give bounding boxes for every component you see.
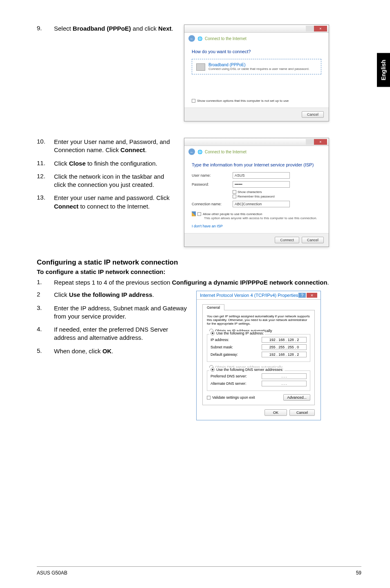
t: Select (54, 25, 73, 32)
label: Remember this password (238, 195, 275, 198)
connection-name-input[interactable]: ABC|Connection (233, 201, 290, 207)
close-icon[interactable]: × (314, 139, 327, 145)
ipv4-title-bar: Internet Protocol Version 4 (TCP/IPv4) P… (197, 291, 321, 300)
breadcrumb-text: Connect to the Internet (205, 150, 247, 154)
preferred-dns-input[interactable]: . . . (262, 373, 307, 379)
close-icon[interactable]: × (307, 293, 317, 298)
pppoe-option[interactable]: Broadband (PPPoE) Connect using DSL or c… (192, 59, 321, 74)
preferred-dns-label: Preferred DNS server: (211, 374, 247, 378)
t: and click (131, 25, 158, 32)
cancel-button[interactable]: Cancel (289, 409, 315, 416)
section-subheading: To configure a static IP network connect… (37, 268, 361, 275)
label: Validate settings upon exit (212, 395, 255, 399)
label: Show characters (238, 190, 262, 194)
ipv4-description: You can get IP settings assigned automat… (207, 314, 310, 325)
t: Broadband (PPPoE) (73, 25, 131, 32)
dialog-breadcrumb: ← 🌐 Connect to the Internet (184, 33, 329, 44)
back-icon[interactable]: ← (188, 148, 195, 155)
gateway-input[interactable]: 192 . 168 . 128 . 2 (262, 352, 307, 357)
option-title: Broadband (PPPoE) (208, 63, 309, 67)
option-desc: Connect using DSL or cable that requires… (208, 67, 309, 71)
checkbox-icon (207, 396, 211, 399)
cancel-button[interactable]: Cancel (302, 111, 324, 118)
step-number: 2 (37, 291, 54, 298)
step-number: 11. (37, 159, 54, 166)
general-tab[interactable]: General (202, 304, 224, 310)
gateway-label: Default gateway: (211, 352, 238, 357)
breadcrumb-text: Connect to the Internet (205, 36, 247, 41)
dialog-heading: How do you want to connect? (192, 49, 321, 54)
ok-button[interactable]: OK (264, 409, 287, 416)
password-input[interactable]: •••••• (233, 181, 290, 188)
globe-icon: 🌐 (197, 150, 202, 154)
radio-icon (211, 331, 215, 335)
ip-address-input[interactable]: 192 . 168 . 128 . 2 (262, 337, 307, 343)
step-text: Enter your user name and password. Click… (54, 194, 176, 211)
step-text: Click Use the following IP address. (54, 291, 154, 299)
cancel-button[interactable]: Cancel (302, 237, 324, 243)
connection-name-label: Connection name: (192, 202, 233, 206)
use-dns-radio[interactable]: Use the following DNS server addresses: (209, 368, 285, 372)
step-text: Enter the IP address, Subnet mask and Ga… (54, 304, 188, 321)
step-number: 3. (37, 304, 54, 311)
back-icon[interactable]: ← (188, 35, 195, 42)
step-text: If needed, enter the preferred DNS Serve… (54, 325, 188, 342)
footer-product: ASUS G50AB (37, 570, 67, 576)
label: Use the following DNS server addresses: (216, 368, 283, 372)
title-bar: × (184, 25, 329, 33)
step-number: 1. (37, 278, 54, 285)
section-heading: Configuring a static IP network connecti… (37, 258, 361, 267)
subnet-mask-label: Subnet mask: (211, 345, 233, 349)
show-characters-checkbox[interactable]: Show characters (233, 190, 321, 194)
close-icon[interactable]: × (314, 26, 327, 31)
ipv4-title-text: Internet Protocol Version 4 (TCP/IPv4) P… (200, 293, 298, 298)
advanced-button[interactable]: Advanced... (283, 394, 310, 401)
step-text: When done, click OK. (54, 347, 113, 355)
shield-icon (192, 211, 196, 216)
help-icon[interactable]: ? (298, 293, 306, 298)
checkbox-icon (192, 99, 195, 103)
label: Allow other people to use this connectio… (203, 212, 262, 216)
checkbox-icon (233, 190, 236, 194)
allow-other-checkbox[interactable]: Allow other people to use this connectio… (192, 211, 321, 216)
minimize-icon[interactable] (306, 139, 314, 145)
step-number: 12. (37, 173, 54, 180)
step-text: Click Close to finish the configuration. (54, 159, 157, 168)
show-options-checkbox[interactable]: Show connection options that this comput… (192, 99, 321, 103)
t: Next (158, 25, 172, 32)
dialog-heading: Type the information from your Internet … (192, 162, 321, 167)
step-number: 9. (37, 25, 54, 31)
step-text: Click the network icon in the taskbar an… (54, 173, 176, 189)
alternate-dns-input[interactable]: . . . (262, 381, 307, 386)
use-ip-radio[interactable]: Use the following IP address: (209, 331, 265, 335)
label: Use the following IP address: (216, 331, 264, 335)
username-label: User name: (192, 173, 233, 177)
step-number: 13. (37, 194, 54, 201)
connect-dialog-1: × ← 🌐 Connect to the Internet How do you… (184, 25, 329, 121)
side-tab-english: English (377, 53, 390, 87)
validate-checkbox[interactable]: Validate settings upon exit (207, 395, 255, 399)
step-number: 4. (37, 325, 54, 332)
monitor-icon (196, 63, 205, 71)
step-number: 5. (37, 347, 54, 354)
title-bar: × (184, 138, 329, 146)
checkbox-icon (197, 212, 201, 216)
connect-dialog-2: × ← 🌐 Connect to the Internet Type the i… (184, 138, 329, 247)
radio-icon (211, 368, 215, 372)
allow-other-desc: This option allows anyone with access to… (204, 216, 321, 220)
minimize-icon[interactable] (306, 26, 314, 31)
connect-button[interactable]: Connect (275, 237, 299, 243)
no-isp-link[interactable]: I don't have an ISP (192, 224, 321, 228)
footer-page-number: 59 (356, 570, 361, 576)
remember-password-checkbox[interactable]: Remember this password (233, 195, 321, 198)
username-input[interactable]: ASUS (233, 172, 290, 179)
page-footer: ASUS G50AB 59 (37, 566, 361, 576)
step-text: Enter your User name and, Password, and … (54, 138, 176, 155)
step-text: Repeat steps 1 to 4 of the previous sect… (54, 278, 329, 287)
checkbox-icon (233, 195, 236, 198)
step-text: Select Broadband (PPPoE) and click Next. (54, 25, 173, 33)
step-number: 10. (37, 138, 54, 145)
subnet-mask-input[interactable]: 255 . 255 . 255 . 0 (262, 344, 307, 350)
t: . (172, 25, 173, 32)
ipv4-properties-dialog: Internet Protocol Version 4 (TCP/IPv4) P… (196, 291, 321, 420)
